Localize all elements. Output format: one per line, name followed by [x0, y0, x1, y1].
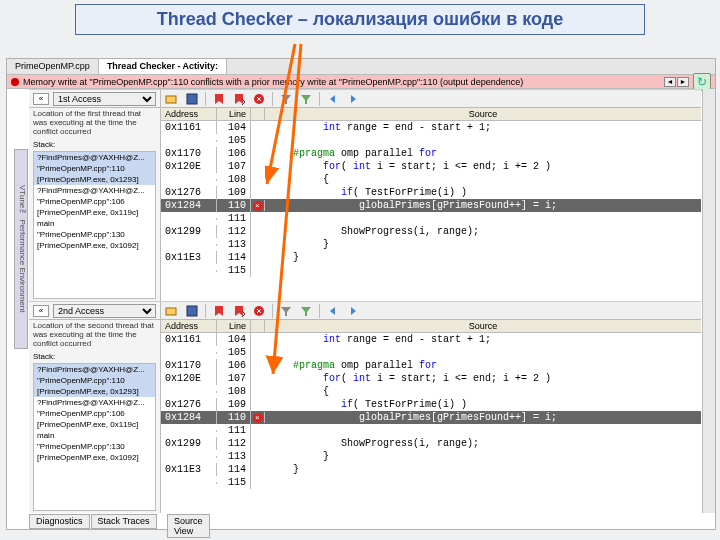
source-line[interactable]: 0x120E107 for( int i = start; i <= end; … — [161, 372, 701, 385]
source-line[interactable]: 111 — [161, 424, 701, 437]
prev-icon[interactable] — [326, 92, 340, 106]
col-mark — [251, 320, 265, 332]
source-line[interactable]: 111 — [161, 212, 701, 225]
stack-list-2[interactable]: ?FindPrimes@@YAXHH@Z..."PrimeOpenMP.cpp"… — [33, 363, 156, 511]
access-select-2[interactable]: 2nd Access — [53, 304, 156, 318]
pane-first-access: « 1st Access Location of the first threa… — [29, 89, 701, 301]
source-line[interactable]: 0x11E3114 } — [161, 463, 701, 476]
stack-frame[interactable]: ?FindPrimes@@YAXHH@Z... — [34, 397, 155, 408]
close-icon[interactable] — [252, 92, 266, 106]
title-text: Thread Checker – локализация ошибки в ко… — [86, 9, 634, 30]
filter2-icon[interactable] — [299, 92, 313, 106]
stack-frame[interactable]: [PrimeOpenMP.exe, 0x1293] — [34, 386, 155, 397]
source-line[interactable]: 0x1284110× globalPrimes[gPrimesFound++] … — [161, 199, 701, 212]
refresh-button[interactable]: ↻ — [693, 73, 711, 91]
source-line[interactable]: 115 — [161, 264, 701, 277]
stack-frame[interactable]: main — [34, 218, 155, 229]
error-banner: Memory write at "PrimeOpenMP.cpp":110 co… — [7, 75, 715, 89]
filter-icon[interactable] — [279, 92, 293, 106]
collapse-icon[interactable]: « — [33, 305, 49, 317]
stack-frame[interactable]: ?FindPrimes@@YAXHH@Z... — [34, 185, 155, 196]
stack-frame[interactable]: "PrimeOpenMP.cpp":106 — [34, 196, 155, 207]
source-line[interactable]: 0x1299112 ShowProgress(i, range); — [161, 225, 701, 238]
stack-frame[interactable]: ?FindPrimes@@YAXHH@Z... — [34, 152, 155, 163]
stack-frame[interactable]: [PrimeOpenMP.exe, 0x119c] — [34, 207, 155, 218]
error-next-button[interactable]: ► — [677, 77, 689, 87]
stack-frame[interactable]: "PrimeOpenMP.cpp":110 — [34, 375, 155, 386]
source-line[interactable]: 108 { — [161, 173, 701, 186]
source-line[interactable]: 113 } — [161, 450, 701, 463]
prev-icon[interactable] — [326, 304, 340, 318]
source-line[interactable]: 0x1170106 #pragma omp parallel for — [161, 147, 701, 160]
tab-file[interactable]: PrimeOpenMP.cpp — [7, 59, 99, 74]
col-line[interactable]: Line — [217, 108, 251, 120]
stack-list-1[interactable]: ?FindPrimes@@YAXHH@Z..."PrimeOpenMP.cpp"… — [33, 151, 156, 299]
title-banner: Thread Checker – локализация ошибки в ко… — [75, 4, 645, 35]
next-icon[interactable] — [346, 92, 360, 106]
stack-label-1: Stack: — [29, 138, 160, 149]
source-line[interactable]: 0x1284110× globalPrimes[gPrimesFound++] … — [161, 411, 701, 424]
source-line[interactable]: 0x120E107 for( int i = start; i <= end; … — [161, 160, 701, 173]
source-line[interactable]: 113 } — [161, 238, 701, 251]
col-line[interactable]: Line — [217, 320, 251, 332]
svg-rect-0 — [166, 96, 176, 103]
source-line[interactable]: 0x1276109 if( TestForPrime(i) ) — [161, 398, 701, 411]
document-tabs: PrimeOpenMP.cpp Thread Checker - Activit… — [7, 59, 715, 75]
collapse-icon[interactable]: « — [33, 93, 49, 105]
source-line[interactable]: 115 — [161, 476, 701, 489]
stack-frame[interactable]: "PrimeOpenMP.cpp":130 — [34, 229, 155, 240]
stack-frame[interactable]: "PrimeOpenMP.cpp":130 — [34, 441, 155, 452]
save-icon[interactable] — [185, 304, 199, 318]
filter2-icon[interactable] — [299, 304, 313, 318]
filter-icon[interactable] — [279, 304, 293, 318]
col-address[interactable]: Address — [161, 320, 217, 332]
next-icon[interactable] — [346, 304, 360, 318]
error-text: Memory write at "PrimeOpenMP.cpp":110 co… — [23, 77, 523, 87]
error-marker-icon: × — [253, 201, 263, 211]
svg-rect-3 — [166, 308, 176, 315]
col-mark — [251, 108, 265, 120]
source-line[interactable]: 105 — [161, 346, 701, 359]
stack-frame[interactable]: [PrimeOpenMP.exe, 0x1092] — [34, 452, 155, 463]
col-address[interactable]: Address — [161, 108, 217, 120]
source-line[interactable]: 105 — [161, 134, 701, 147]
tab-diagnostics[interactable]: Diagnostics — [29, 514, 90, 529]
source-line[interactable]: 0x1161104 int range = end - start + 1; — [161, 333, 701, 346]
col-source[interactable]: Source — [265, 320, 701, 332]
svg-rect-4 — [187, 306, 197, 316]
tab-thread-checker[interactable]: Thread Checker - Activity: — [99, 59, 227, 74]
stack-frame[interactable]: main — [34, 430, 155, 441]
source-line[interactable]: 0x1170106 #pragma omp parallel for — [161, 359, 701, 372]
save-icon[interactable] — [185, 92, 199, 106]
source-line[interactable]: 0x1161104 int range = end - start + 1; — [161, 121, 701, 134]
stack-frame[interactable]: [PrimeOpenMP.exe, 0x1293] — [34, 174, 155, 185]
bookmark-icon[interactable] — [212, 92, 226, 106]
source-line[interactable]: 0x1276109 if( TestForPrime(i) ) — [161, 186, 701, 199]
bookmark-next-icon[interactable] — [232, 92, 246, 106]
pane-second-access: « 2nd Access Location of the second thre… — [29, 301, 701, 513]
tab-stack-traces[interactable]: Stack Traces — [91, 514, 157, 529]
stack-frame[interactable]: [PrimeOpenMP.exe, 0x1092] — [34, 240, 155, 251]
source-line[interactable]: 0x11E3114 } — [161, 251, 701, 264]
open-icon[interactable] — [165, 304, 179, 318]
tab-source-view[interactable]: Source View — [167, 514, 210, 538]
bottom-tabs-left: Diagnostics Stack Traces Source View — [29, 514, 158, 529]
app-window: PrimeOpenMP.cpp Thread Checker - Activit… — [6, 58, 716, 530]
source-line[interactable]: 108 { — [161, 385, 701, 398]
vertical-scrollbar[interactable] — [702, 89, 715, 513]
error-marker-icon: × — [253, 413, 263, 423]
access-select-1[interactable]: 1st Access — [53, 92, 156, 106]
stack-frame[interactable]: "PrimeOpenMP.cpp":110 — [34, 163, 155, 174]
close-icon[interactable] — [252, 304, 266, 318]
col-source[interactable]: Source — [265, 108, 701, 120]
open-icon[interactable] — [165, 92, 179, 106]
stack-frame[interactable]: ?FindPrimes@@YAXHH@Z... — [34, 364, 155, 375]
access-panel-2: « 2nd Access Location of the second thre… — [29, 302, 161, 513]
bookmark-icon[interactable] — [212, 304, 226, 318]
stack-frame[interactable]: "PrimeOpenMP.cpp":106 — [34, 408, 155, 419]
error-prev-button[interactable]: ◄ — [664, 77, 676, 87]
source-line[interactable]: 0x1299112 ShowProgress(i, range); — [161, 437, 701, 450]
bookmark-next-icon[interactable] — [232, 304, 246, 318]
stack-frame[interactable]: [PrimeOpenMP.exe, 0x119c] — [34, 419, 155, 430]
source-panel-1: Address Line Source 0x1161104 int range … — [161, 90, 701, 301]
